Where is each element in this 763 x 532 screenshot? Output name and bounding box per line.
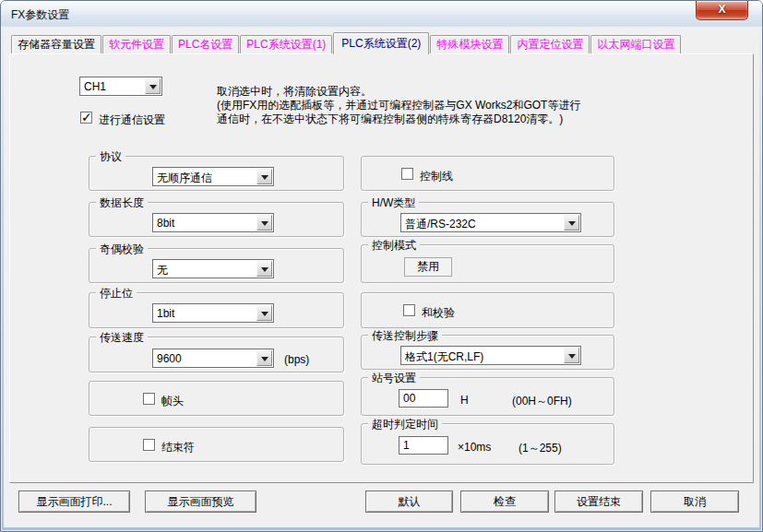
sum-check-checkbox[interactable] [403,304,415,316]
baud-rate-unit: (bps) [284,353,309,366]
stop-bit-group: 停止位 1bit [89,292,344,328]
dropdown-arrow-icon[interactable] [256,350,272,366]
channel-select-value: CH1 [84,80,106,93]
stop-bit-group-label: 停止位 [96,286,137,301]
sum-check-group: 和校验 [361,292,614,328]
parity-group: 奇偶校验 无 [89,248,344,283]
data-length-select[interactable]: 8bit [152,213,274,232]
terminator-checkbox[interactable] [143,439,155,451]
tab-plc-system-1[interactable]: PLC系统设置(1) [240,35,332,53]
data-length-group-label: 数据长度 [96,195,148,211]
header-group: 帧头 [89,381,344,416]
timeout-range: (1～255) [519,441,562,456]
baud-rate-select-value: 9600 [157,352,182,365]
tab-bar: 存储器容量设置 软元件设置 PLC名设置 PLC系统设置(1) PLC系统设置(… [11,34,682,53]
check-button[interactable]: 检查 [460,491,549,513]
parity-select[interactable]: 无 [152,259,274,278]
protocol-group-label: 协议 [96,149,125,165]
tab-ethernet-port[interactable]: 以太网端口设置 [590,35,681,53]
protocol-select[interactable]: 无顺序通信 [152,167,274,186]
control-line-checkbox-label: 控制线 [420,169,453,184]
baud-rate-select[interactable]: 9600 [152,349,274,368]
tab-memory-capacity[interactable]: 存储器容量设置 [11,35,101,53]
finish-settings-button[interactable]: 设置结束 [554,491,643,513]
stop-bit-select-value: 1bit [157,307,174,320]
description-line: (使用FX用的选配插板等，并通过可编程控制器与GX Works2和GOT等进行 [217,99,580,112]
transmission-control-select[interactable]: 格式1(无CR,LF) [400,346,581,365]
header-checkbox[interactable] [143,393,155,405]
sum-check-checkbox-label: 和校验 [422,305,455,321]
protocol-select-value: 无顺序通信 [157,171,212,186]
transmission-speed-group-label: 传送速度 [96,330,148,346]
tab-plc-name[interactable]: PLC名设置 [172,35,239,53]
description-text: 取消选中时，将清除设置内容。 (使用FX用的选配插板等，并通过可编程控制器与GX… [217,85,580,126]
protocol-group: 协议 无顺序通信 [89,156,344,191]
hw-type-select[interactable]: 普通/RS-232C [400,213,581,232]
timeout-input[interactable] [399,436,448,455]
print-screen-button[interactable]: 显示画面打印... [18,491,130,513]
station-number-group: 站号设置 H (00H～0FH) [361,377,614,416]
parity-group-label: 奇偶校验 [96,242,148,257]
stop-bit-select[interactable]: 1bit [152,303,274,323]
control-mode-group: 控制模式 禁用 [361,244,614,283]
fx-parameter-settings-dialog: FX参数设置 X 存储器容量设置 软元件设置 PLC名设置 PLC系统设置(1)… [0,0,763,532]
comm-setting-checkbox[interactable] [80,112,92,124]
hw-type-select-value: 普通/RS-232C [405,217,476,232]
tab-special-module[interactable]: 特殊模块设置 [430,35,509,53]
dropdown-arrow-icon[interactable] [256,261,272,277]
dropdown-arrow-icon[interactable] [564,348,579,363]
control-mode-value: 禁用 [404,257,452,277]
tab-device[interactable]: 软元件设置 [102,35,171,53]
data-length-select-value: 8bit [157,217,174,230]
cancel-button[interactable]: 取消 [650,491,739,513]
control-line-checkbox[interactable] [401,168,413,180]
close-button[interactable]: X [696,1,748,20]
station-number-unit: H [460,394,469,407]
transmission-control-group: 传送控制步骤 格式1(无CR,LF) [361,335,614,370]
station-number-input[interactable] [399,389,448,408]
window-title: FX参数设置 [11,7,69,23]
parity-select-value: 无 [157,263,168,278]
dropdown-arrow-icon[interactable] [256,305,272,321]
default-button[interactable]: 默认 [365,491,453,513]
control-line-group: 控制线 [361,156,614,191]
hw-type-group-label: H/W类型 [368,195,419,211]
terminator-checkbox-label: 结束符 [161,440,195,455]
close-icon: X [718,3,725,16]
terminator-group: 结束符 [89,427,344,462]
dropdown-arrow-icon[interactable] [256,169,272,184]
hw-type-group: H/W类型 普通/RS-232C [361,202,614,237]
title-bar[interactable]: FX参数设置 [1,1,762,27]
comm-setting-label: 进行通信设置 [99,112,165,128]
data-length-group: 数据长度 8bit [89,202,344,237]
dropdown-arrow-icon[interactable] [145,78,161,94]
dropdown-arrow-icon[interactable] [564,215,579,231]
transmission-speed-group: 传送速度 9600 (bps) [89,337,344,372]
timeout-group-label: 超时判定时间 [368,417,442,432]
control-mode-group-label: 控制模式 [368,238,420,254]
tab-plc-system-2[interactable]: PLC系统设置(2) [333,32,429,54]
station-number-range: (00H～0FH) [512,394,572,409]
dropdown-arrow-icon[interactable] [256,215,272,231]
timeout-group: 超时判定时间 ×10ms (1～255) [361,423,614,465]
transmission-control-select-value: 格式1(无CR,LF) [405,349,483,365]
header-checkbox-label: 帧头 [161,394,184,409]
channel-select[interactable]: CH1 [79,77,162,96]
tab-builtin-positioning[interactable]: 内置定位设置 [510,35,590,53]
description-line: 通信时，在不选中状态下将可编程控制器侧的特殊寄存器D8120清零。) [217,112,580,126]
timeout-unit: ×10ms [458,441,491,454]
description-line: 取消选中时，将清除设置内容。 [217,85,580,99]
preview-screen-button[interactable]: 显示画面预览 [145,491,256,513]
transmission-control-group-label: 传送控制步骤 [368,328,442,344]
station-number-group-label: 站号设置 [368,371,420,386]
